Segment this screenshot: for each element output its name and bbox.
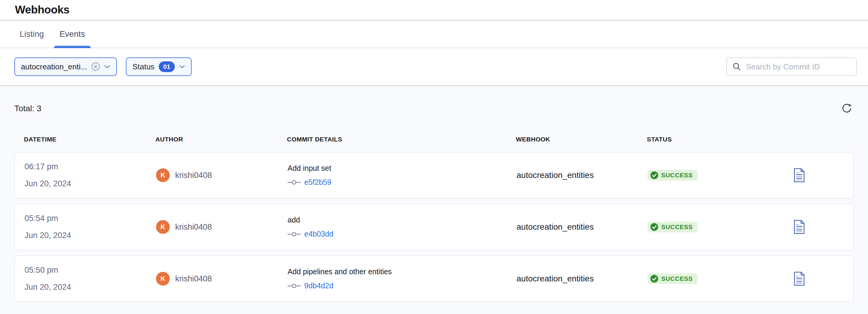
avatar: K bbox=[156, 272, 170, 286]
git-commit-icon bbox=[287, 231, 301, 237]
status-label: SUCCESS bbox=[661, 172, 693, 179]
payload-button[interactable] bbox=[793, 168, 806, 183]
event-datetime: 05:50 pm Jun 20, 2024 bbox=[25, 265, 156, 292]
event-author: K krishi0408 bbox=[156, 168, 287, 182]
status-label: SUCCESS bbox=[661, 223, 693, 231]
commit-details: Add pipelines and other entities 9db4d2d bbox=[287, 267, 517, 290]
avatar: K bbox=[156, 168, 170, 182]
col-header-datetime: DATETIME bbox=[24, 136, 155, 143]
page-header: Webhooks bbox=[0, 0, 868, 21]
commit-message: add bbox=[287, 216, 517, 224]
status-badge: SUCCESS bbox=[647, 273, 698, 284]
event-datetime: 06:17 pm Jun 20, 2024 bbox=[25, 162, 156, 189]
results-toolbar: Total: 3 bbox=[14, 86, 854, 115]
commit-id-link[interactable]: 9db4d2d bbox=[304, 281, 333, 290]
document-icon bbox=[794, 220, 805, 234]
git-commit-icon bbox=[287, 283, 301, 289]
refresh-button[interactable] bbox=[840, 102, 854, 115]
events-content: Total: 3 DATETIME AUTHOR COMMIT DETAILS … bbox=[0, 86, 868, 314]
tab-listing[interactable]: Listing bbox=[14, 21, 49, 48]
webhook-name: autocreation_entities bbox=[517, 274, 647, 284]
commit-message: Add input set bbox=[287, 164, 517, 173]
git-commit-icon bbox=[287, 180, 301, 185]
filter-bar: autocreation_enti... Status 01 bbox=[0, 48, 868, 86]
status-filter-chip[interactable]: Status 01 bbox=[126, 57, 192, 76]
event-author: K krishi0408 bbox=[156, 220, 287, 234]
circled-x-icon[interactable] bbox=[91, 62, 100, 71]
tabbar: Listing Events bbox=[0, 21, 868, 48]
check-circle-icon bbox=[650, 171, 658, 179]
chevron-down-icon[interactable] bbox=[104, 65, 110, 68]
status-badge: SUCCESS bbox=[647, 222, 698, 232]
document-icon bbox=[794, 168, 805, 182]
status-filter-count-badge: 01 bbox=[159, 61, 175, 72]
commit-details: add e4b03dd bbox=[287, 216, 517, 238]
table-header-row: DATETIME AUTHOR COMMIT DETAILS WEBHOOK S… bbox=[14, 136, 854, 143]
commit-details: Add input set e5f2b59 bbox=[287, 164, 517, 187]
event-author: K krishi0408 bbox=[156, 272, 287, 286]
commit-id-link[interactable]: e5f2b59 bbox=[304, 178, 331, 187]
table-row[interactable]: 05:50 pm Jun 20, 2024 K krishi0408 Add p… bbox=[14, 255, 854, 302]
table-row[interactable]: 05:54 pm Jun 20, 2024 K krishi0408 add bbox=[14, 204, 854, 250]
status-badge: SUCCESS bbox=[647, 170, 698, 181]
commit-search-input[interactable] bbox=[746, 62, 851, 72]
event-time: 06:17 pm bbox=[25, 162, 156, 171]
webhook-name: autocreation_entities bbox=[517, 222, 647, 232]
status-label: SUCCESS bbox=[661, 275, 693, 282]
search-icon bbox=[732, 62, 741, 71]
col-header-webhook: WEBHOOK bbox=[516, 136, 647, 143]
check-circle-icon bbox=[650, 223, 658, 231]
col-header-status: STATUS bbox=[647, 136, 754, 143]
commit-message: Add pipelines and other entities bbox=[287, 267, 517, 276]
col-header-author: AUTHOR bbox=[155, 136, 287, 143]
check-circle-icon bbox=[650, 275, 658, 283]
avatar: K bbox=[156, 220, 170, 234]
webhook-name: autocreation_entities bbox=[517, 170, 647, 180]
commit-search-box bbox=[726, 57, 857, 76]
commit-id-link[interactable]: e4b03dd bbox=[304, 230, 333, 238]
webhook-filter-label: autocreation_enti... bbox=[21, 62, 87, 72]
payload-button[interactable] bbox=[793, 219, 806, 235]
author-name: krishi0408 bbox=[175, 274, 212, 284]
table-row[interactable]: 06:17 pm Jun 20, 2024 K krishi0408 Add i… bbox=[14, 152, 854, 199]
chevron-down-icon[interactable] bbox=[179, 65, 185, 68]
author-name: krishi0408 bbox=[175, 223, 212, 232]
event-time: 05:54 pm bbox=[25, 214, 156, 223]
event-date: Jun 20, 2024 bbox=[25, 231, 156, 240]
page-title: Webhooks bbox=[15, 4, 69, 16]
document-icon bbox=[794, 272, 805, 286]
status-filter-label: Status bbox=[132, 62, 155, 72]
col-header-commit-details: COMMIT DETAILS bbox=[287, 136, 516, 143]
event-date: Jun 20, 2024 bbox=[25, 179, 156, 189]
webhook-filter-chip[interactable]: autocreation_enti... bbox=[14, 57, 117, 76]
total-count-label: Total: 3 bbox=[14, 104, 41, 113]
payload-button[interactable] bbox=[793, 271, 806, 286]
event-date: Jun 20, 2024 bbox=[25, 283, 156, 292]
tab-events[interactable]: Events bbox=[54, 21, 91, 48]
event-datetime: 05:54 pm Jun 20, 2024 bbox=[25, 214, 156, 240]
event-time: 05:50 pm bbox=[25, 265, 156, 275]
author-name: krishi0408 bbox=[175, 171, 212, 180]
refresh-icon bbox=[841, 103, 852, 114]
